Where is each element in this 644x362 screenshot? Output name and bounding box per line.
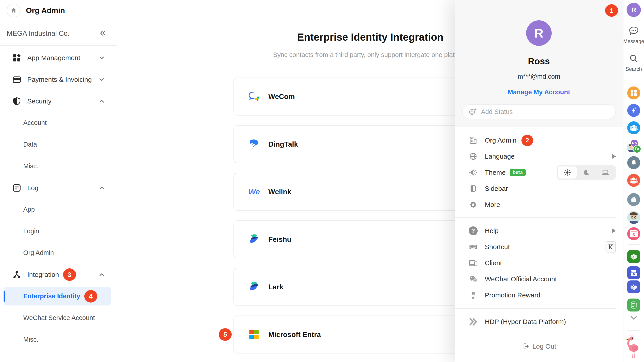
laptop-icon xyxy=(601,169,609,176)
sidebar-subitem-data[interactable]: Data xyxy=(0,134,117,155)
menu-item-wechat-official[interactable]: WeChat Official Account xyxy=(455,271,623,287)
message-button[interactable] xyxy=(628,26,639,37)
sidebar-item-label: Payments & Invoicing xyxy=(27,76,92,83)
menu-item-org-admin[interactable]: Org Admin 2 xyxy=(455,132,623,148)
sidebar-subitem-app-log[interactable]: App xyxy=(0,199,117,220)
menu-item-label: Shortcut xyxy=(485,243,510,251)
sidebar-subitem-login-log[interactable]: Login xyxy=(0,220,117,242)
sidebar-item-label: Org Admin xyxy=(23,249,54,257)
sun-icon xyxy=(564,169,571,176)
add-status-input[interactable]: Add Status xyxy=(462,104,616,119)
sidebar-item-log[interactable]: Log xyxy=(0,177,117,199)
theme-option-dark[interactable] xyxy=(577,166,596,179)
menu-item-client[interactable]: Client xyxy=(455,255,623,271)
annotation-badge-1: 1 xyxy=(605,4,618,17)
menu-item-promotion-reward[interactable]: Promotion Reward xyxy=(455,287,623,303)
sidebar-item-security[interactable]: Security xyxy=(0,90,117,112)
workspace-briefcase-icon[interactable] xyxy=(627,193,640,206)
selected-item-indicator xyxy=(4,291,5,302)
menu-item-more[interactable]: More xyxy=(455,197,623,213)
company-name: MEGA Industrial Co. xyxy=(7,29,70,37)
left-sidebar: MEGA Industrial Co. App Management xyxy=(0,22,117,362)
sidebar-subitem-misc-integration[interactable]: Misc. xyxy=(0,329,117,350)
menu-item-help[interactable]: ? Help xyxy=(455,223,623,239)
sidebar-item-integration[interactable]: Integration 3 xyxy=(0,264,117,285)
menu-divider xyxy=(455,217,616,218)
calendar-icon[interactable]: 6 xyxy=(627,227,640,240)
logout-label: Log Out xyxy=(532,343,556,350)
page-title: Org Admin xyxy=(26,6,65,15)
chevron-up-icon xyxy=(98,185,105,191)
search-label: Search xyxy=(626,66,642,72)
sidebar-item-payments[interactable]: Payments & Invoicing xyxy=(0,69,117,90)
org-building-icon xyxy=(469,136,478,145)
profile-cartoon-avatar[interactable] xyxy=(627,211,640,224)
rail-divider xyxy=(628,86,640,86)
menu-item-theme[interactable]: Theme beta xyxy=(455,164,623,181)
sidebar-item-label: Misc. xyxy=(23,162,38,170)
lego-brick-green-icon[interactable] xyxy=(627,250,640,263)
rail-expand-chevron[interactable] xyxy=(629,315,638,322)
annotation-badge-3: 3 xyxy=(63,268,76,281)
profile-popup: 1 R Ross m***@md.com Manage My Account A… xyxy=(455,0,623,362)
home-button[interactable] xyxy=(7,3,20,17)
payroll-money-icon[interactable] xyxy=(627,266,640,279)
logout-icon xyxy=(522,343,529,350)
sidebar-subitem-org-admin-log[interactable]: Org Admin xyxy=(0,242,117,264)
dingtalk-logo-icon xyxy=(248,138,260,150)
sidebar-item-label: Log xyxy=(27,184,38,192)
flamingo-icon[interactable] xyxy=(625,335,643,361)
menu-item-language[interactable]: Language xyxy=(455,148,623,164)
sidebar-item-label: WeChat Service Account xyxy=(23,314,95,322)
platform-name: Feishu xyxy=(268,235,291,244)
collapse-sidebar-icon[interactable] xyxy=(99,30,106,37)
apps-grid-icon[interactable] xyxy=(627,86,640,99)
menu-item-sidebar[interactable]: Sidebar xyxy=(455,181,623,197)
lego-brick-blue-icon[interactable] xyxy=(627,281,640,293)
profile-popup-header: 1 R Ross m***@md.com Manage My Account A… xyxy=(455,0,623,127)
ai-lightning-icon[interactable] xyxy=(627,104,640,117)
search-button[interactable] xyxy=(629,54,639,64)
sidebar-subitem-account[interactable]: Account xyxy=(0,112,117,134)
notes-document-icon[interactable] xyxy=(627,299,640,312)
sidebar-panel-icon xyxy=(469,184,478,193)
sidebar-item-label: Security xyxy=(27,97,52,105)
user-email: m***@md.com xyxy=(455,73,623,80)
platform-name: Welink xyxy=(268,188,291,196)
menu-item-hdp[interactable]: HDP (Hyper Data Platform) xyxy=(455,314,623,330)
shortcut-keycap: K xyxy=(606,241,616,253)
recent-contacts-cluster-icon[interactable]: Ro Fa xyxy=(627,139,641,153)
sidebar-item-label: App xyxy=(23,206,35,213)
rail-divider xyxy=(628,245,640,245)
platform-name: Microsoft Entra xyxy=(268,331,321,339)
fa-bubble: Fa xyxy=(633,145,641,153)
company-switcher[interactable]: MEGA Industrial Co. xyxy=(0,22,117,46)
rail-divider xyxy=(628,331,640,331)
community-group-icon[interactable] xyxy=(627,174,640,187)
menu-item-label: Client xyxy=(485,259,502,267)
user-name: Ross xyxy=(455,56,623,66)
sidebar-subitem-enterprise-identity[interactable]: Enterprise Identity 4 xyxy=(0,285,117,307)
sidebar-item-app-management[interactable]: App Management xyxy=(0,47,117,69)
sidebar-subitem-wechat-service-account[interactable]: WeChat Service Account xyxy=(0,307,117,329)
theme-switcher xyxy=(556,165,616,180)
avatar[interactable]: R xyxy=(526,20,552,46)
manage-account-link[interactable]: Manage My Account xyxy=(455,88,623,96)
theme-option-light[interactable] xyxy=(558,166,577,179)
add-status-placeholder: Add Status xyxy=(481,108,513,115)
menu-item-label: Org Admin xyxy=(485,137,516,144)
rail-avatar[interactable]: R xyxy=(626,3,641,17)
gear-icon xyxy=(469,200,478,209)
logout-button[interactable]: Log Out xyxy=(455,339,623,354)
notification-bell-icon[interactable] xyxy=(627,156,640,169)
wecom-logo-icon xyxy=(248,90,260,103)
org-admin-app: Org Admin MEGA Industrial Co. App Manage… xyxy=(0,0,644,362)
calendar-day: 6 xyxy=(632,232,635,237)
theme-option-system[interactable] xyxy=(596,166,615,179)
sidebar-subitem-misc-security[interactable]: Misc. xyxy=(0,155,117,177)
contacts-group-icon[interactable] xyxy=(627,121,640,134)
menu-item-shortcut[interactable]: Shortcut K xyxy=(455,239,623,255)
lark-logo-icon xyxy=(248,281,260,293)
menu-divider xyxy=(455,308,616,309)
menu-item-label: Language xyxy=(485,153,514,160)
